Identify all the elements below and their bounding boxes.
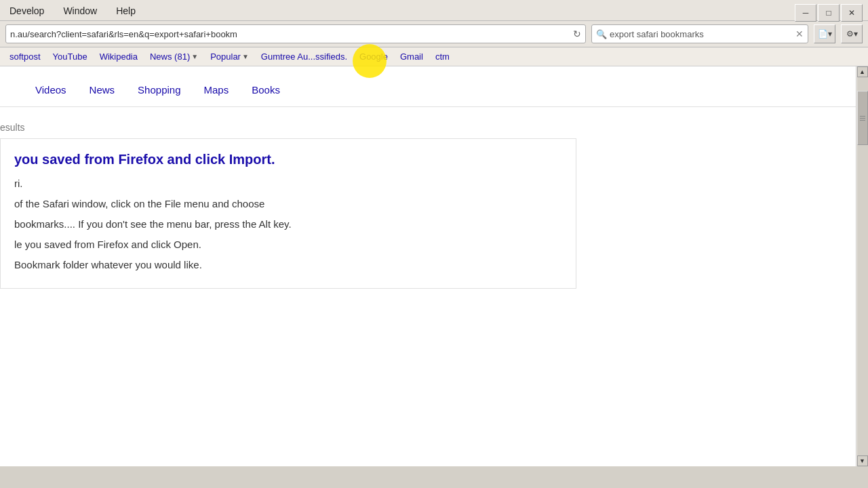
result-card: you saved from Firefox and click Import.… <box>0 138 576 289</box>
tab-maps[interactable]: Maps <box>203 80 231 100</box>
popular-dropdown-arrow: ▼ <box>242 53 249 60</box>
window-controls: ─ □ ✕ <box>789 0 868 26</box>
close-button[interactable]: ✕ <box>841 4 863 22</box>
result-line4: le you saved from Firefox and click Open… <box>14 237 562 253</box>
refresh-icon[interactable]: ↻ <box>573 28 581 39</box>
results-label: esults <box>0 114 856 138</box>
scroll-up-arrow[interactable]: ▲ <box>857 66 868 77</box>
bookmark-youtube[interactable]: YouTube <box>49 50 92 63</box>
vertical-scrollbar[interactable]: ▲ ▼ <box>856 66 868 466</box>
result-line5: Bookmark folder whatever you would like. <box>14 257 562 273</box>
content-area: Videos News Shopping Maps Books esults y… <box>0 66 856 466</box>
address-bar-row: n.au/search?client=safari&rls=en&q=expor… <box>0 21 868 47</box>
url-bar[interactable]: n.au/search?client=safari&rls=en&q=expor… <box>5 24 586 43</box>
bookmark-ctm[interactable]: ctm <box>431 50 454 63</box>
menu-window[interactable]: Window <box>60 4 100 18</box>
bookmark-news-label: News (81) <box>150 52 190 62</box>
settings-button[interactable]: ⚙▾ <box>841 24 863 43</box>
tab-books[interactable]: Books <box>250 80 281 100</box>
tab-videos[interactable]: Videos <box>34 80 68 100</box>
search-tabs: Videos News Shopping Maps Books <box>0 73 856 107</box>
result-line1: ri. <box>14 176 562 192</box>
new-page-button[interactable]: 📄▾ <box>814 24 835 43</box>
search-query-text: export safari bookmarks <box>610 29 795 39</box>
grip-line-1 <box>860 116 865 117</box>
minimize-button[interactable]: ─ <box>795 4 816 22</box>
scroll-down-arrow[interactable]: ▼ <box>857 455 868 466</box>
url-text: n.au/search?client=safari&rls=en&q=expor… <box>10 29 570 39</box>
tab-shopping[interactable]: Shopping <box>136 80 182 100</box>
bookmark-wikipedia[interactable]: Wikipedia <box>96 50 142 63</box>
result-line3: bookmarks.... If you don't see the menu … <box>14 216 562 232</box>
menu-develop[interactable]: Develop <box>7 4 47 18</box>
news-dropdown-arrow: ▼ <box>191 53 198 60</box>
bookmark-popular[interactable]: Popular ▼ <box>206 50 253 63</box>
search-icon: 🔍 <box>596 29 607 39</box>
search-clear-icon[interactable]: ✕ <box>795 28 804 39</box>
menu-help[interactable]: Help <box>113 4 138 18</box>
scroll-track[interactable] <box>857 77 868 455</box>
grip-line-3 <box>860 120 865 121</box>
bookmark-gumtree[interactable]: Gumtree Au...ssifieds. <box>257 50 351 63</box>
bookmark-popular-label: Popular <box>210 52 241 62</box>
scroll-grip <box>860 116 865 121</box>
menu-bar: Develop Window Help <box>0 0 868 21</box>
bookmarks-bar: softpost YouTube Wikipedia News (81) ▼ P… <box>0 47 868 66</box>
result-line2: of the Safari window, click on the File … <box>14 196 562 212</box>
tab-news[interactable]: News <box>88 80 117 100</box>
result-title: you saved from Firefox and click Import. <box>14 150 562 169</box>
bookmark-softpost[interactable]: softpost <box>5 50 45 63</box>
scroll-thumb[interactable] <box>857 91 868 145</box>
bookmark-google[interactable]: Google <box>355 50 392 63</box>
search-bar[interactable]: 🔍 export safari bookmarks ✕ <box>591 24 808 43</box>
bookmark-news[interactable]: News (81) ▼ <box>146 50 202 63</box>
browser-content: Videos News Shopping Maps Books esults y… <box>0 66 868 466</box>
bookmark-gmail[interactable]: Gmail <box>396 50 427 63</box>
grip-line-2 <box>860 118 865 119</box>
maximize-button[interactable]: □ <box>818 4 840 22</box>
